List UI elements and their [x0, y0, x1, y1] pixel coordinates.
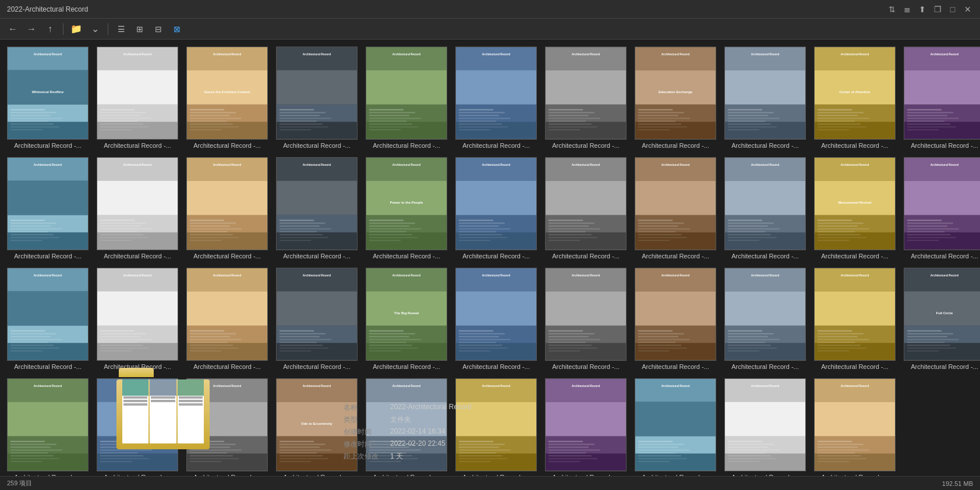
thumbnail-image — [187, 379, 267, 471]
info-modified-row: 修改时间 2022-02-20 22:45 — [344, 439, 471, 449]
file-item[interactable]: Architectural Record -... — [812, 265, 898, 372]
file-label: Architectural Record -... — [186, 142, 268, 149]
titlebar-controls: ⇅ ≣ ⬆ ❐ □ ✕ — [887, 4, 973, 15]
file-label: Architectural Record -... — [186, 253, 268, 260]
list-button[interactable]: ≣ — [902, 4, 912, 15]
file-label: Architectural Record -... — [7, 363, 89, 370]
toolbar-separator-2 — [108, 23, 108, 35]
file-item[interactable]: Architectural Record -... — [363, 265, 450, 372]
thumbnail-image — [635, 47, 716, 139]
file-item[interactable]: Architectural Record -... — [274, 44, 360, 151]
file-item[interactable]: Architectural Record -... — [812, 155, 898, 262]
file-thumbnail — [724, 268, 806, 361]
name-value: 2022-Architectural Record — [390, 403, 471, 413]
file-item[interactable]: Architectural Record -... — [543, 44, 629, 151]
file-item[interactable]: Architectural Record -... — [274, 155, 360, 262]
sort-button[interactable]: ⇅ — [887, 4, 897, 15]
close-button[interactable]: ✕ — [963, 4, 973, 15]
thumbnail-image — [904, 158, 980, 250]
file-item[interactable]: Architectural Record -... — [632, 155, 719, 262]
file-item[interactable]: Architectural Record -... — [94, 376, 181, 476]
file-item[interactable]: Architectural Record -... — [5, 265, 91, 372]
file-label: Architectural Record -... — [366, 253, 447, 260]
file-thumbnail — [904, 268, 980, 361]
file-thumbnail — [814, 268, 896, 361]
thumbnail-image — [187, 158, 267, 250]
file-label: Architectural Record -... — [455, 142, 537, 149]
file-thumbnail — [7, 157, 89, 250]
expand-button[interactable]: ⌄ — [87, 21, 103, 37]
file-label: Architectural Record -... — [635, 253, 716, 260]
thumbnail-image — [815, 158, 895, 250]
file-item[interactable]: Architectural Record -... — [453, 265, 539, 372]
file-item[interactable]: Architectural Record -... — [184, 376, 270, 476]
file-item[interactable]: Architectural Record -... — [632, 376, 719, 476]
restore-button[interactable]: ❐ — [932, 4, 943, 15]
thumbnail-image — [456, 47, 536, 139]
file-item[interactable]: Architectural Record -... — [363, 44, 450, 151]
thumbnail-image — [815, 379, 895, 471]
file-item[interactable]: Architectural Record -... — [184, 44, 270, 151]
maximize-button[interactable]: □ — [947, 4, 958, 15]
file-item[interactable]: Architectural Record -... — [722, 376, 808, 476]
file-item[interactable]: Architectural Record -... — [94, 155, 181, 262]
thumbnail-image — [277, 268, 357, 360]
up-button[interactable]: ↑ — [42, 21, 58, 37]
file-item[interactable]: Architectural Record -... — [901, 155, 980, 262]
folder-button[interactable]: 📁 — [68, 21, 84, 37]
file-thumbnail — [635, 157, 716, 250]
file-item[interactable]: Architectural Record -... — [722, 265, 808, 372]
file-label: Architectural Record -... — [366, 363, 447, 370]
file-item[interactable]: Architectural Record -... — [722, 44, 808, 151]
file-label: Architectural Record -... — [97, 253, 178, 260]
thumbnail-image — [635, 268, 716, 360]
view-list-button[interactable]: ☰ — [113, 21, 129, 37]
thumbnail-image — [8, 47, 88, 139]
file-item[interactable]: Architectural Record -... — [94, 265, 181, 372]
file-label: Architectural Record -... — [276, 142, 358, 149]
file-item[interactable]: Architectural Record -... — [632, 44, 719, 151]
thumbnail-image — [277, 47, 357, 139]
thumbnail-image — [366, 47, 447, 139]
file-item[interactable]: Architectural Record -... — [184, 155, 270, 262]
view-large-button[interactable]: ⊠ — [169, 21, 185, 37]
file-item[interactable]: Architectural Record -... — [5, 44, 91, 151]
file-item[interactable]: Architectural Record -... — [453, 155, 539, 262]
type-value: 文件夹 — [390, 415, 411, 425]
file-item[interactable]: Architectural Record -... — [363, 155, 450, 262]
thumbnail-image — [456, 158, 536, 250]
back-button[interactable]: ← — [5, 21, 21, 37]
file-thumbnail — [7, 268, 89, 361]
forward-button[interactable]: → — [23, 21, 40, 37]
file-item[interactable]: Architectural Record -... — [812, 376, 898, 476]
modified-label: 修改时间 — [344, 439, 390, 449]
file-item[interactable]: Architectural Record -... — [812, 44, 898, 151]
view-detail-button[interactable]: ⊞ — [132, 21, 148, 37]
file-item[interactable]: Architectural Record -... — [184, 265, 270, 372]
file-item[interactable]: Architectural Record -... — [274, 265, 360, 372]
file-item[interactable]: Architectural Record -... — [94, 44, 181, 151]
file-label: Architectural Record -... — [724, 142, 806, 149]
file-item[interactable]: Architectural Record -... — [5, 155, 91, 262]
file-item[interactable]: Architectural Record -... — [632, 265, 719, 372]
created-label: 创建时间 — [344, 427, 390, 437]
file-thumbnail — [814, 47, 896, 140]
view-medium-button[interactable]: ⊟ — [150, 21, 167, 37]
thumbnail-image — [546, 379, 626, 471]
file-item[interactable]: Architectural Record -... — [543, 265, 629, 372]
file-item[interactable]: Architectural Record -... — [543, 155, 629, 262]
file-item[interactable]: Architectural Record -... — [543, 376, 629, 476]
file-item[interactable]: Architectural Record -... — [722, 155, 808, 262]
file-item[interactable]: Architectural Record -... — [901, 44, 980, 151]
file-label: Architectural Record -... — [904, 253, 980, 260]
share-button[interactable]: ⬆ — [917, 4, 928, 15]
file-thumbnail — [724, 157, 806, 250]
info-created-row: 创建时间 2022-02-14 16:34 — [344, 427, 471, 437]
file-item[interactable]: Architectural Record -... — [901, 265, 980, 372]
file-thumbnail — [186, 157, 268, 250]
file-item[interactable]: Architectural Record -... — [5, 376, 91, 476]
file-item[interactable]: Architectural Record -... — [453, 44, 539, 151]
file-thumbnail — [545, 47, 627, 140]
file-thumbnail — [186, 268, 268, 361]
file-thumbnail — [724, 47, 806, 140]
